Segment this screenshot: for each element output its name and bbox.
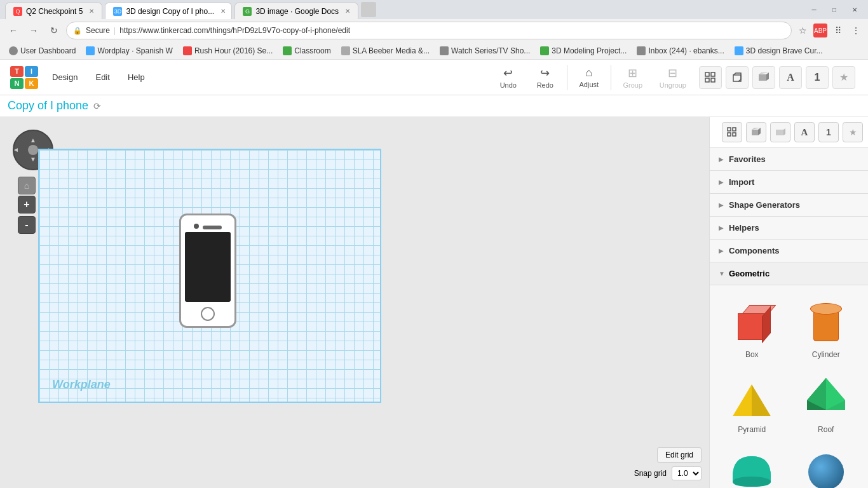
menu-edit[interactable]: Edit — [89, 70, 116, 85]
menu-help[interactable]: Help — [121, 70, 151, 85]
zoom-out-button[interactable]: - — [18, 216, 36, 234]
bookmark-rush-hour[interactable]: Rush Hour (2016) Se... — [179, 45, 276, 57]
panel-view-text[interactable]: A — [794, 122, 815, 142]
section-helpers-header[interactable]: ▶ Helpers — [710, 217, 868, 239]
tab-img[interactable]: G 3D image · Google Docs ✕ — [234, 3, 358, 19]
view-text-btn[interactable]: A — [779, 66, 802, 89]
section-favorites-header[interactable]: ▶ Favorites — [710, 148, 868, 170]
panel-view-grid[interactable] — [722, 122, 742, 142]
box-view-icon — [750, 127, 762, 137]
snap-grid-select[interactable]: 0.1 0.5 1.0 2.0 5.0 — [672, 466, 702, 480]
bookmark-icon-user-dashboard — [9, 46, 18, 55]
tab-3d[interactable]: 3D 3D design Copy of I pho... ✕ — [105, 3, 232, 19]
shape-item-round-roof[interactable]: Round Roof — [717, 443, 787, 488]
design-title: Copy of I phone — [8, 99, 88, 112]
toolbar-adjust[interactable]: ⌂ Adjust — [571, 64, 607, 91]
apps-button[interactable]: ⠿ — [831, 24, 845, 37]
panel-view-solid[interactable] — [770, 122, 790, 142]
refresh-button[interactable]: ↻ — [46, 22, 62, 39]
svg-rect-11 — [752, 130, 758, 135]
svg-rect-0 — [705, 72, 709, 76]
tab-3d-close[interactable]: ✕ — [220, 8, 226, 15]
logo-t: T — [10, 66, 24, 77]
helpers-chevron-icon: ▶ — [719, 224, 724, 231]
solid-view-icon — [775, 127, 786, 137]
toolbar-group[interactable]: ⊞ Group — [615, 64, 651, 92]
bookmark-classroom[interactable]: Classroom — [279, 45, 334, 57]
view-solid-btn[interactable] — [752, 66, 775, 89]
cylinder-3d-shape — [810, 303, 842, 341]
tab-q2[interactable]: Q Q2 Checkpoint 5 ✕ — [5, 3, 102, 19]
new-tab-button[interactable] — [361, 2, 376, 17]
toolbar-undo[interactable]: ↩ Undo — [491, 64, 526, 92]
tab-img-close[interactable]: ✕ — [345, 8, 350, 15]
svg-rect-2 — [705, 78, 709, 82]
view-number-btn[interactable]: 1 — [806, 66, 829, 89]
section-import-header[interactable]: ▶ Import — [710, 171, 868, 193]
nav-down-arrow[interactable]: ▼ — [30, 156, 36, 163]
shape-item-cylinder[interactable]: Cylinder — [792, 293, 861, 363]
ungroup-icon: ⊟ — [668, 66, 677, 80]
helpers-title: Helpers — [729, 223, 759, 233]
box-3d-shape — [733, 305, 771, 340]
section-geometric-header[interactable]: ▼ Geometric — [710, 262, 868, 285]
bookmark-icon-3d-brave — [735, 46, 743, 55]
bookmark-3d-brave[interactable]: 3D design Brave Cur... — [731, 45, 827, 57]
nav-left-arrow[interactable]: ◄ — [13, 147, 19, 153]
toolbar-redo[interactable]: ↪ Redo — [527, 64, 563, 92]
view-3d-btn[interactable] — [726, 66, 749, 89]
shape-item-sphere[interactable]: Sphere — [792, 443, 861, 488]
bookmark-wordplay[interactable]: Wordplay · Spanish W — [82, 45, 177, 57]
shapes-grid: Box Cylinder — [710, 285, 868, 488]
minimize-button[interactable]: ─ — [806, 1, 822, 18]
shape-label-pyramid: Pyramid — [738, 425, 766, 434]
bookmark-watch-series[interactable]: Watch Series/TV Sho... — [436, 45, 534, 57]
design-title-edit-icon[interactable]: ⟳ — [93, 101, 101, 111]
app-container: T I N K Design Edit Help ↩ Undo ↪ Redo ⌂… — [0, 60, 868, 488]
bookmark-label-classroom: Classroom — [294, 46, 330, 55]
workplane[interactable]: Workplane — [38, 149, 381, 403]
nav-up-arrow[interactable]: ▲ — [30, 137, 36, 144]
abp-button[interactable]: ABP — [813, 24, 827, 37]
home-view-button[interactable]: ⌂ — [18, 177, 36, 194]
tab-img-favicon: G — [243, 7, 252, 16]
menu-button[interactable]: ⋮ — [849, 24, 863, 37]
restore-button[interactable]: □ — [826, 1, 843, 18]
tinkercad-logo[interactable]: T I N K — [8, 64, 41, 92]
url-bar[interactable]: 🔒 Secure | https://www.tinkercad.com/thi… — [66, 22, 792, 39]
bookmarks-bar: User Dashboard Wordplay · Spanish W Rush… — [0, 42, 868, 60]
canvas-area[interactable]: ? ▲ ◄ ► ▼ ⌂ + - — [0, 117, 709, 488]
group-label: Group — [623, 81, 643, 89]
panel-view-star[interactable]: ★ — [843, 122, 863, 142]
tab-q2-close[interactable]: ✕ — [89, 8, 94, 15]
panel-view-box[interactable] — [746, 122, 766, 142]
phone-home-button — [201, 307, 215, 321]
bookmark-3d-modeling[interactable]: 3D Modeling Project... — [536, 45, 630, 57]
view-star-btn[interactable]: ★ — [832, 66, 855, 89]
back-button[interactable]: ← — [5, 22, 22, 39]
bookmark-sla[interactable]: SLA Beeber Media &... — [337, 45, 433, 57]
toolbar-ungroup[interactable]: ⊟ Ungroup — [652, 64, 694, 92]
zoom-in-button[interactable]: + — [18, 196, 36, 214]
shape-canvas-round-roof — [726, 447, 777, 488]
menu-design[interactable]: Design — [46, 70, 84, 85]
phone-shape[interactable] — [179, 214, 236, 328]
view-grid-btn[interactable] — [699, 66, 722, 89]
edit-grid-button[interactable]: Edit grid — [657, 447, 702, 463]
bookmark-inbox[interactable]: Inbox (244) · ebanks... — [633, 45, 728, 57]
group-icon: ⊞ — [628, 66, 637, 80]
grid-view-icon — [727, 127, 737, 137]
shape-label-cylinder: Cylinder — [812, 350, 840, 359]
right-panel-collapse[interactable]: › — [709, 290, 710, 315]
shape-item-box[interactable]: Box — [717, 293, 787, 363]
view-buttons: A 1 ★ — [699, 66, 855, 89]
panel-view-number[interactable]: 1 — [818, 122, 839, 142]
section-components-header[interactable]: ▶ Components — [710, 240, 868, 262]
shape-item-roof[interactable]: Roof — [792, 368, 861, 438]
close-button[interactable]: ✕ — [846, 1, 863, 18]
bookmark-button[interactable]: ☆ — [796, 24, 810, 37]
forward-button[interactable]: → — [25, 22, 42, 39]
section-shape-generators-header[interactable]: ▶ Shape Generators — [710, 194, 868, 216]
shape-item-pyramid[interactable]: Pyramid — [717, 368, 787, 438]
bookmark-user-dashboard[interactable]: User Dashboard — [5, 45, 79, 57]
